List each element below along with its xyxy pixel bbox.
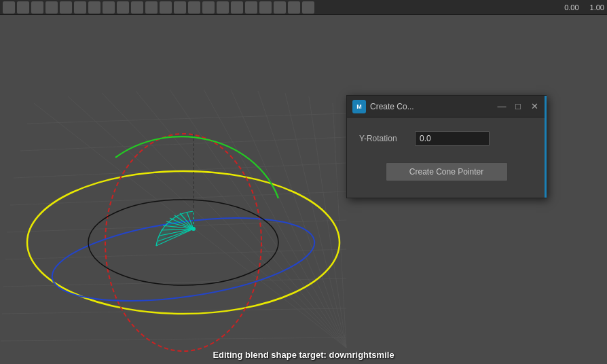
toolbar-icon-13[interactable] [174, 1, 186, 14]
minimize-button[interactable]: — [496, 101, 508, 113]
toolbar-icon-3[interactable] [31, 1, 43, 14]
toolbar-icon-8[interactable] [103, 1, 115, 14]
dialog-accent-bar [545, 96, 547, 198]
toolbar-icon-12[interactable] [160, 1, 172, 14]
y-rotation-field-row: Y-Rotation [359, 131, 534, 146]
maya-logo-icon: M [352, 100, 366, 113]
dialog-body: Y-Rotation Create Cone Pointer [347, 117, 546, 198]
create-cone-pointer-button[interactable]: Create Cone Pointer [386, 162, 508, 181]
toolbar-icon-19[interactable] [259, 1, 272, 14]
toolbar-icon-20[interactable] [274, 1, 286, 14]
viewport[interactable]: Editing blend shape target: downrightsmi… [0, 15, 607, 364]
toolbar-icon-5[interactable] [60, 1, 72, 14]
toolbar-icon-2[interactable] [17, 1, 29, 14]
status-text: Editing blend shape target: downrightsmi… [213, 350, 394, 360]
toolbar-icon-10[interactable] [131, 1, 143, 14]
status-bar: Editing blend shape target: downrightsmi… [0, 345, 607, 364]
toolbar: 0.00 1.00 [0, 0, 607, 15]
maximize-button[interactable]: □ [512, 101, 524, 113]
dialog-title: Create Co... [370, 102, 492, 111]
toolbar-icon-11[interactable] [145, 1, 158, 14]
toolbar-icon-4[interactable] [45, 1, 58, 14]
toolbar-icon-9[interactable] [117, 1, 129, 14]
y-rotation-input[interactable] [415, 131, 490, 146]
dialog-window: M Create Co... — □ ✕ Y-Rotation Create C… [346, 95, 547, 198]
toolbar-icon-6[interactable] [74, 1, 86, 14]
toolbar-icon-14[interactable] [188, 1, 200, 14]
toolbar-icon-22[interactable] [302, 1, 314, 14]
toolbar-icon-18[interactable] [245, 1, 257, 14]
toolbar-icon-16[interactable] [217, 1, 229, 14]
toolbar-num1: 0.00 [564, 3, 578, 12]
y-rotation-label: Y-Rotation [359, 134, 407, 143]
toolbar-icon-1[interactable] [3, 1, 15, 14]
toolbar-num2: 1.00 [590, 3, 604, 12]
toolbar-icon-7[interactable] [88, 1, 100, 14]
dialog-titlebar: M Create Co... — □ ✕ [347, 96, 546, 117]
toolbar-icon-17[interactable] [231, 1, 243, 14]
close-button[interactable]: ✕ [528, 101, 540, 113]
toolbar-icon-15[interactable] [202, 1, 215, 14]
toolbar-icon-21[interactable] [288, 1, 300, 14]
